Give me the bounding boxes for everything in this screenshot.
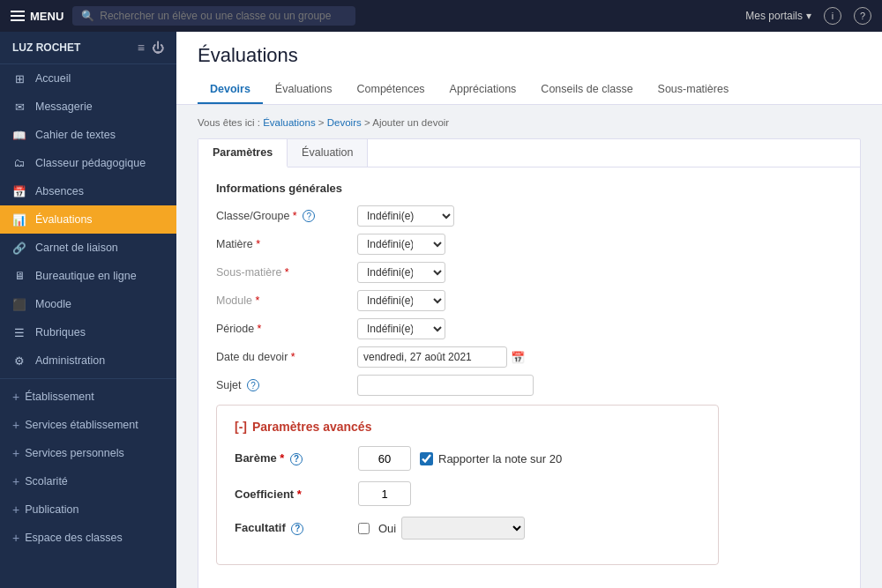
sidebar-item-label: Évaluations xyxy=(35,213,93,226)
help-icon[interactable]: ? xyxy=(854,7,871,25)
sidebar-section-label: Établissement xyxy=(25,391,94,403)
breadcrumb: Vous êtes ici : Évaluations > Devoirs > … xyxy=(198,117,861,128)
tab-appreciations[interactable]: Appréciations xyxy=(437,76,529,104)
plus-icon: + xyxy=(12,390,19,404)
sidebar-item-label: Carnet de liaison xyxy=(35,242,118,254)
select-sous-matiere[interactable]: Indéfini(e) xyxy=(357,262,445,283)
row-sous-matiere: Sous-matière * Indéfini(e) xyxy=(216,262,842,283)
search-input[interactable] xyxy=(100,10,347,22)
sidebar-item-label: Cahier de textes xyxy=(35,129,116,141)
sidebar-list-icon[interactable]: ≡ xyxy=(138,41,145,55)
select-matiere[interactable]: Indéfini(e) xyxy=(357,234,445,255)
sidebar-item-evaluations[interactable]: 📊 Évaluations xyxy=(0,205,176,234)
sidebar-section-publication[interactable]: + Publication xyxy=(0,495,176,524)
select-facultatif[interactable] xyxy=(401,517,525,540)
sidebar-item-rubriques[interactable]: ☰ Rubriques xyxy=(0,318,176,346)
page-tabs: Devoirs Évaluations Compétences Apprécia… xyxy=(198,76,861,104)
help-icon-bareme[interactable]: ? xyxy=(290,453,303,465)
input-sujet[interactable] xyxy=(357,375,534,396)
sidebar-item-cahier[interactable]: 📖 Cahier de textes xyxy=(0,121,176,149)
menu-button[interactable]: MENU xyxy=(11,10,64,23)
tab-competences[interactable]: Compétences xyxy=(344,76,437,104)
sidebar-item-administration[interactable]: ⚙ Administration xyxy=(0,346,176,375)
form-card: Paramètres Évaluation Informations génér… xyxy=(198,138,861,588)
plus-icon: + xyxy=(12,502,19,517)
help-icon-classe[interactable]: ? xyxy=(303,210,315,222)
tab-evaluations[interactable]: Évaluations xyxy=(263,76,345,104)
form-tab-evaluation[interactable]: Évaluation xyxy=(288,139,368,167)
sidebar-user-icons: ≡ ⏻ xyxy=(138,41,164,55)
row-sujet: Sujet ? xyxy=(216,375,842,396)
sidebar-item-label: Rubriques xyxy=(35,326,86,339)
sidebar-item-label: Accueil xyxy=(35,72,71,85)
sidebar-section-label: Espace des classes xyxy=(25,532,122,544)
sidebar-user: LUZ ROCHET ≡ ⏻ xyxy=(0,32,176,64)
topbar-left: MENU 🔍 xyxy=(11,6,355,26)
sidebar-item-carnet[interactable]: 🔗 Carnet de liaison xyxy=(0,234,176,262)
book-icon: 📖 xyxy=(12,128,26,142)
input-date-devoir[interactable] xyxy=(357,346,507,368)
sidebar-item-classeur[interactable]: 🗂 Classeur pédagogique xyxy=(0,149,176,177)
plus-icon: + xyxy=(12,418,19,432)
sidebar-section-label: Services personnels xyxy=(25,447,124,459)
row-bareme: Barème * ? Rapporter la note sur 20 xyxy=(235,446,700,471)
label-date-devoir: Date du devoir * xyxy=(216,351,357,363)
tab-conseils[interactable]: Conseils de classe xyxy=(528,76,645,104)
row-date-devoir: Date du devoir * 📅 xyxy=(216,346,842,368)
label-classe-groupe: Classe/Groupe * ? xyxy=(216,210,357,223)
menu-label: MENU xyxy=(30,10,64,23)
input-coefficient[interactable] xyxy=(358,481,411,506)
info-icon[interactable]: i xyxy=(824,7,841,25)
checkbox-facultatif[interactable] xyxy=(358,523,370,534)
gear-icon: ⚙ xyxy=(12,354,26,368)
help-icon-facultatif[interactable]: ? xyxy=(291,523,303,535)
section-title-general: Informations générales xyxy=(216,182,842,195)
checkbox-rapporter-label: Rapporter la note sur 20 xyxy=(438,452,562,465)
sidebar-username: LUZ ROCHET xyxy=(12,41,80,54)
input-bareme[interactable] xyxy=(358,446,411,471)
sidebar-item-moodle[interactable]: ⬛ Moodle xyxy=(0,290,176,318)
breadcrumb-devoirs[interactable]: Devoirs xyxy=(327,117,362,128)
topbar: MENU 🔍 Mes portails ▾ i ? xyxy=(0,0,882,32)
plus-icon: + xyxy=(12,474,19,488)
breadcrumb-prefix: Vous êtes ici : xyxy=(198,117,260,128)
sidebar-section-scolarite[interactable]: + Scolarité xyxy=(0,467,176,495)
advanced-params-title: [-] Paramètres avancés xyxy=(235,420,700,434)
portals-button[interactable]: Mes portails ▾ xyxy=(745,10,811,22)
sidebar-section-espace-classes[interactable]: + Espace des classes xyxy=(0,524,176,552)
sidebar-item-label: Classeur pédagogique xyxy=(35,157,146,169)
sidebar-item-accueil[interactable]: ⊞ Accueil xyxy=(0,64,176,93)
envelope-icon: ✉ xyxy=(12,100,26,114)
sidebar-section-label: Services établissement xyxy=(25,419,138,431)
select-classe-groupe[interactable]: Indéfini(e) xyxy=(357,205,454,227)
search-area: 🔍 xyxy=(72,6,355,26)
sidebar-section-services-personnels[interactable]: + Services personnels xyxy=(0,439,176,467)
sidebar-section-etablissement[interactable]: + Établissement xyxy=(0,383,176,411)
advanced-title-text: Paramètres avancés xyxy=(252,420,371,434)
link-icon: 🔗 xyxy=(12,241,26,255)
sidebar-power-icon[interactable]: ⏻ xyxy=(152,41,164,55)
form-tab-parametres[interactable]: Paramètres xyxy=(198,139,288,167)
select-periode[interactable]: Indéfini(e) xyxy=(357,318,445,339)
row-coefficient: Coefficient * xyxy=(235,481,700,506)
sidebar-section-services-etablissement[interactable]: + Services établissement xyxy=(0,411,176,439)
sidebar-item-messagerie[interactable]: ✉ Messagerie xyxy=(0,93,176,121)
list-icon: ☰ xyxy=(12,325,26,339)
tab-sous-matieres[interactable]: Sous-matières xyxy=(646,76,742,104)
chevron-down-icon: ▾ xyxy=(806,10,811,22)
label-module: Module * xyxy=(216,294,357,307)
cube-icon: ⬛ xyxy=(12,297,26,311)
tab-devoirs[interactable]: Devoirs xyxy=(198,76,263,104)
collapse-icon[interactable]: [-] xyxy=(235,420,247,434)
breadcrumb-evaluations[interactable]: Évaluations xyxy=(263,117,315,128)
sidebar-item-absences[interactable]: 📅 Absences xyxy=(0,177,176,205)
label-periode: Période * xyxy=(216,323,357,335)
select-module[interactable]: Indéfini(e) xyxy=(357,290,445,311)
help-icon-sujet[interactable]: ? xyxy=(247,379,259,391)
sidebar-item-bureautique[interactable]: 🖥 Bureautique en ligne xyxy=(0,262,176,290)
sidebar-item-label: Bureautique en ligne xyxy=(35,270,137,282)
label-sous-matiere: Sous-matière * xyxy=(216,266,357,279)
checkbox-rapporter-input[interactable] xyxy=(420,452,433,465)
calendar-icon[interactable]: 📅 xyxy=(511,351,525,364)
main-content: Évaluations Devoirs Évaluations Compéten… xyxy=(176,32,882,588)
